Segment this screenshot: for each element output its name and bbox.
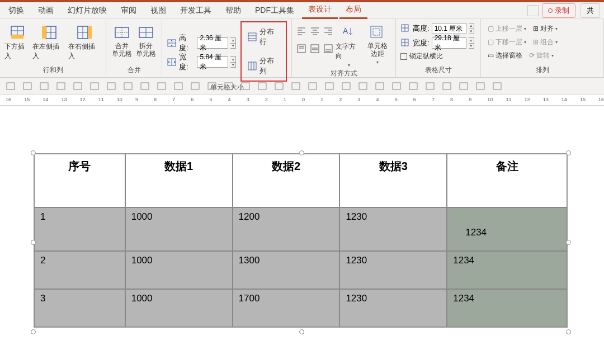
toolbar-icon[interactable] (441, 80, 453, 92)
toolbar-icon[interactable] (139, 80, 151, 92)
toolbar-icon[interactable] (21, 80, 34, 92)
toolbar-icon[interactable] (273, 80, 285, 92)
selection-handle[interactable] (566, 150, 571, 155)
table-height-spinner[interactable]: ▲▼ (469, 23, 474, 34)
split-cells-button[interactable]: 拆分 单元格 (135, 21, 158, 58)
toolbar-icon[interactable] (323, 80, 336, 92)
toolbar-icon[interactable] (290, 80, 302, 92)
toolbar-icon[interactable] (4, 80, 17, 92)
tab-slideshow[interactable]: 幻灯片放映 (62, 3, 113, 18)
insert-left-button[interactable]: 在左侧插入 (32, 21, 65, 61)
share-button[interactable]: 共 (581, 3, 600, 18)
toolbar-icon[interactable] (88, 80, 101, 92)
selection-handle[interactable] (299, 150, 304, 155)
toolbar-icon[interactable] (155, 80, 168, 92)
table-cell[interactable]: 1200 (233, 207, 340, 251)
tab-view[interactable]: 视图 (144, 3, 172, 18)
selection-handle[interactable] (31, 150, 36, 155)
tab-anim[interactable]: 动画 (32, 3, 60, 18)
table-header[interactable]: 数据2 (233, 154, 340, 207)
toolbar-icon[interactable] (38, 80, 50, 92)
table-width-input[interactable]: 29.18 厘米 (432, 37, 466, 49)
table-cell[interactable]: 1230 (339, 251, 447, 289)
selection-pane-button[interactable]: ▭选择窗格 (485, 50, 525, 61)
table-header[interactable]: 备注 (447, 154, 567, 207)
tab-dev[interactable]: 开发工具 (174, 3, 218, 18)
table-header[interactable]: 序号 (34, 154, 125, 207)
toolbar-icon[interactable] (72, 80, 84, 92)
table-header[interactable]: 数据1 (125, 154, 233, 207)
table-cell[interactable]: 1300 (233, 251, 340, 289)
insert-below-button[interactable]: 下方插入 (4, 21, 30, 61)
selection-handle[interactable] (566, 329, 571, 334)
table-cell[interactable]: 1 (34, 207, 125, 251)
tab-help[interactable]: 帮助 (219, 3, 247, 18)
toolbar-icon[interactable] (340, 80, 352, 92)
align-button[interactable]: ⊞对齐▾ (531, 23, 560, 34)
toolbar-icon[interactable] (122, 80, 134, 92)
toolbar-icon[interactable] (306, 80, 319, 92)
align-bottom-icon[interactable] (323, 44, 333, 54)
toolbar-icon[interactable] (189, 80, 201, 92)
toolbar-icon[interactable] (457, 80, 470, 92)
cell-width-input[interactable]: 5.84 厘米 (197, 56, 228, 68)
align-right-icon[interactable] (323, 26, 333, 36)
cell-width-spinner[interactable]: ▲▼ (230, 56, 236, 68)
insert-right-button[interactable]: 在右侧插入 (68, 21, 101, 61)
split-cells-icon (138, 25, 154, 40)
tab-review[interactable]: 审阅 (115, 3, 143, 18)
table-cell[interactable]: 2 (34, 251, 125, 289)
tab-layout[interactable]: 布局 (339, 2, 367, 19)
tab-pdf[interactable]: PDF工具集 (249, 3, 300, 18)
toolbar-extra-icon[interactable] (527, 5, 539, 16)
selection-handle[interactable] (31, 240, 36, 245)
table-width-spinner[interactable]: ▲▼ (469, 37, 474, 49)
distribute-rows-button[interactable]: 分布行 (244, 26, 284, 48)
table-cell[interactable]: 1000 (125, 289, 233, 327)
toolbar-icon[interactable] (256, 80, 268, 92)
table-cell[interactable]: 1000 (125, 251, 233, 289)
toolbar-icon[interactable] (374, 80, 386, 92)
table-cell[interactable]: 1234 (447, 251, 567, 289)
toolbar-icon[interactable] (390, 80, 403, 92)
table-cell[interactable]: 3 (34, 289, 125, 327)
toolbar-icon[interactable] (223, 80, 235, 92)
table-cell[interactable]: 1234 (447, 289, 567, 327)
cell-margins-button[interactable]: 单元格 边距▾ (365, 21, 391, 65)
slide-table[interactable]: 序号 数据1 数据2 数据3 备注 1 1000 1200 1230 1234 … (34, 153, 568, 328)
merge-cells-icon (114, 25, 130, 40)
record-button[interactable]: 录制 (542, 3, 575, 18)
selection-handle[interactable] (299, 329, 304, 334)
cell-height-spinner[interactable]: ▲▼ (230, 37, 236, 49)
toolbar-icon[interactable] (491, 80, 503, 92)
toolbar-icon[interactable] (105, 80, 117, 92)
table-cell[interactable]: 1700 (233, 289, 340, 327)
toolbar-icon[interactable] (55, 80, 67, 92)
text-direction-button[interactable]: A 文字方向▾ (336, 21, 362, 68)
selection-handle[interactable] (31, 329, 36, 334)
table-cell[interactable]: 1230 (339, 289, 447, 327)
distribute-cols-button[interactable]: 分布列 (244, 55, 284, 77)
table-header[interactable]: 数据3 (339, 154, 447, 207)
table-cell[interactable]: 1234 (447, 207, 567, 251)
table-cell[interactable]: 1000 (125, 207, 233, 251)
toolbar-icon[interactable] (239, 80, 252, 92)
toolbar-icon[interactable] (206, 80, 218, 92)
table-cell[interactable]: 1230 (339, 207, 447, 251)
toolbar-icon[interactable] (172, 80, 185, 92)
tab-switch[interactable]: 切换 (2, 3, 30, 18)
cell-height-input[interactable]: 2.36 厘米 (197, 37, 228, 49)
toolbar-icon[interactable] (407, 80, 419, 92)
toolbar-icon[interactable] (474, 80, 487, 92)
align-top-icon[interactable] (296, 44, 306, 54)
align-center-icon[interactable] (310, 26, 320, 36)
align-middle-icon[interactable] (310, 44, 320, 54)
align-left-icon[interactable] (296, 26, 306, 36)
table-height-input[interactable]: 10.1 厘米 (432, 23, 466, 34)
toolbar-icon[interactable] (357, 80, 369, 92)
selection-handle[interactable] (566, 240, 571, 245)
toolbar-icon[interactable] (424, 80, 436, 92)
merge-cells-button[interactable]: 合并 单元格 (111, 21, 133, 58)
tab-tabledesign[interactable]: 表设计 (302, 2, 338, 19)
lock-aspect-checkbox[interactable]: 锁定纵横比 (400, 51, 443, 61)
